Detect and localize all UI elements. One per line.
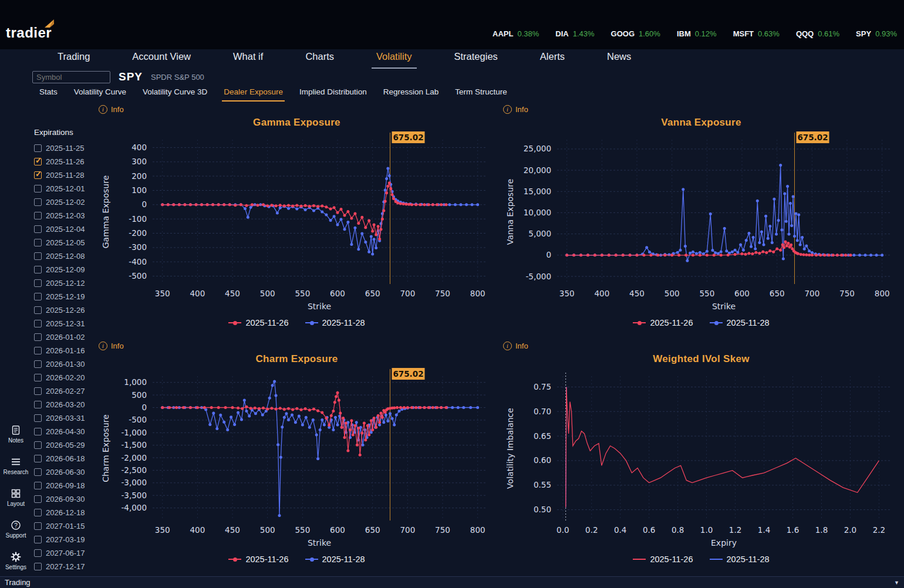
ticker-IBM[interactable]: IBM0.12% (677, 29, 717, 38)
chart-legend: 2025-11-262025-11-28 (633, 315, 769, 331)
weighted-ivol-skew-chart[interactable]: 0.00.20.40.60.81.01.21.41.61.82.02.20.75… (503, 367, 900, 551)
ticker-symbol: IBM (677, 29, 691, 38)
expiration-2026-01-02[interactable]: 2026-01-02 (32, 330, 97, 344)
expiration-2026-02-27[interactable]: 2026-02-27 (32, 384, 97, 398)
expiration-2026-06-18[interactable]: 2026-06-18 (32, 452, 97, 465)
expiration-2025-12-08[interactable]: 2025-12-08 (32, 249, 97, 263)
expiration-2025-11-28[interactable]: 2025-11-28 (32, 168, 97, 182)
expiration-2027-12-17[interactable]: 2027-12-17 (32, 560, 97, 573)
checkbox-icon (34, 536, 42, 543)
ticker-AAPL[interactable]: AAPL0.38% (493, 29, 539, 38)
expiration-2025-12-09[interactable]: 2025-12-09 (32, 263, 97, 276)
brand-logo[interactable]: tradier (6, 25, 52, 41)
rail-layout[interactable]: Layout (7, 488, 25, 507)
svg-text:Vanna Exposure: Vanna Exposure (505, 179, 515, 245)
expiration-date-label: 2027-12-17 (46, 562, 85, 571)
expiration-2025-12-02[interactable]: 2025-12-02 (32, 195, 97, 209)
svg-text:350: 350 (154, 289, 170, 298)
ticker-GOOG[interactable]: GOOG1.60% (611, 29, 660, 38)
nav-alerts[interactable]: Alerts (535, 49, 569, 67)
legend-2025-11-28[interactable]: 2025-11-28 (710, 318, 770, 327)
symbol-input[interactable] (32, 71, 110, 83)
expiration-2027-03-19[interactable]: 2027-03-19 (32, 533, 97, 546)
expiration-2026-02-20[interactable]: 2026-02-20 (32, 371, 97, 384)
expiration-2025-12-31[interactable]: 2025-12-31 (32, 317, 97, 330)
status-bar: Trading ▼ (0, 576, 904, 588)
expiration-2026-03-31[interactable]: 2026-03-31 (32, 411, 97, 425)
nav-strategies[interactable]: Strategies (450, 49, 502, 67)
info-button[interactable]: i Info (503, 340, 528, 352)
expiration-date-label: 2025-12-31 (46, 319, 85, 328)
expiration-2025-11-26[interactable]: 2025-11-26 (32, 155, 97, 168)
expiration-2025-12-19[interactable]: 2025-12-19 (32, 290, 97, 303)
nav-what-if[interactable]: What if (228, 49, 268, 67)
expiration-2026-12-18[interactable]: 2026-12-18 (32, 506, 97, 519)
svg-text:-2,500: -2,500 (121, 465, 147, 475)
subtab-stats[interactable]: Stats (38, 86, 59, 100)
legend-2025-11-26[interactable]: 2025-11-26 (633, 555, 693, 564)
legend-2025-11-26[interactable]: 2025-11-26 (633, 318, 693, 327)
svg-text:-400: -400 (129, 257, 147, 266)
expiration-2026-04-30[interactable]: 2026-04-30 (32, 425, 97, 438)
svg-text:800: 800 (470, 289, 485, 298)
legend-2025-11-28[interactable]: 2025-11-28 (710, 555, 770, 564)
ticker-tape: AAPL0.38%DIA1.43%GOOG1.60%IBM0.12%MSFT0.… (493, 29, 897, 38)
expiration-2025-12-05[interactable]: 2025-12-05 (32, 236, 97, 249)
ticker-DIA[interactable]: DIA1.43% (555, 29, 594, 38)
legend-label: 2025-11-28 (727, 318, 770, 327)
charm-exposure-chart[interactable]: 3504004505005506006507007508001,0005000-… (99, 367, 495, 551)
ticker-SPY[interactable]: SPY0.93% (856, 29, 897, 38)
expiration-2025-12-26[interactable]: 2025-12-26 (32, 303, 97, 317)
info-button[interactable]: i Info (503, 103, 528, 115)
expiration-date-label: 2026-01-02 (46, 333, 85, 342)
expiration-2025-12-03[interactable]: 2025-12-03 (32, 209, 97, 222)
info-button[interactable]: i Info (99, 340, 124, 352)
expiration-2025-12-01[interactable]: 2025-12-01 (32, 182, 97, 195)
ticker-symbol: AAPL (493, 29, 513, 38)
svg-text:2.0: 2.0 (844, 525, 856, 535)
rail-research[interactable]: Research (4, 457, 29, 475)
ticker-QQQ[interactable]: QQQ0.61% (796, 29, 839, 38)
legend-2025-11-26[interactable]: 2025-11-26 (228, 555, 288, 564)
statusbar-caret-icon[interactable]: ▼ (894, 580, 899, 586)
expiration-2026-01-16[interactable]: 2026-01-16 (32, 344, 97, 357)
expiration-2026-09-30[interactable]: 2026-09-30 (32, 492, 97, 506)
expiration-2025-12-04[interactable]: 2025-12-04 (32, 222, 97, 236)
nav-news[interactable]: News (602, 49, 636, 67)
expiration-date-label: 2026-05-29 (46, 441, 85, 450)
nav-volatility[interactable]: Volatility (372, 49, 417, 69)
subtab-implied-distribution[interactable]: Implied Distribution (298, 86, 369, 100)
subtab-dealer-exposure[interactable]: Dealer Exposure (222, 86, 285, 102)
subtab-volatility-curve[interactable]: Volatility Curve (72, 86, 128, 100)
nav-charts[interactable]: Charts (301, 49, 339, 67)
legend-marker-icon (305, 559, 318, 560)
legend-2025-11-28[interactable]: 2025-11-28 (305, 318, 365, 327)
expiration-2026-01-30[interactable]: 2026-01-30 (32, 357, 97, 371)
ticker-change: 1.43% (573, 29, 595, 38)
rail-notes[interactable]: Notes (8, 425, 23, 444)
vanna-exposure-chart[interactable]: 35040045050055060065070075080025,00020,0… (503, 130, 900, 315)
nav-trading[interactable]: Trading (53, 49, 95, 67)
checkbox-icon (34, 360, 42, 368)
subtab-volatility-curve-3d[interactable]: Volatility Curve 3D (141, 86, 209, 100)
legend-2025-11-28[interactable]: 2025-11-28 (305, 555, 365, 564)
nav-account-view[interactable]: Account View (127, 49, 195, 67)
legend-2025-11-26[interactable]: 2025-11-26 (228, 318, 288, 327)
expiration-2025-12-12[interactable]: 2025-12-12 (32, 276, 97, 290)
gamma-exposure-chart[interactable]: 3504004505005506006507007508004003002001… (99, 130, 495, 315)
expiration-2027-06-17[interactable]: 2027-06-17 (32, 546, 97, 560)
expiration-2026-03-20[interactable]: 2026-03-20 (32, 398, 97, 411)
subtab-regression-lab[interactable]: Regression Lab (382, 86, 441, 100)
expiration-2026-05-29[interactable]: 2026-05-29 (32, 438, 97, 452)
expiration-2026-06-30[interactable]: 2026-06-30 (32, 465, 97, 479)
svg-text:600: 600 (734, 289, 750, 298)
expiration-2027-01-15[interactable]: 2027-01-15 (32, 519, 97, 533)
svg-text:500: 500 (664, 289, 679, 298)
ticker-MSFT[interactable]: MSFT0.63% (733, 29, 780, 38)
subtab-term-structure[interactable]: Term Structure (453, 86, 509, 100)
rail-support[interactable]: ?Support (5, 520, 26, 539)
info-button[interactable]: i Info (99, 103, 124, 115)
expiration-2026-09-18[interactable]: 2026-09-18 (32, 479, 97, 492)
expiration-2025-11-25[interactable]: 2025-11-25 (32, 141, 97, 155)
rail-settings[interactable]: Settings (5, 552, 26, 570)
